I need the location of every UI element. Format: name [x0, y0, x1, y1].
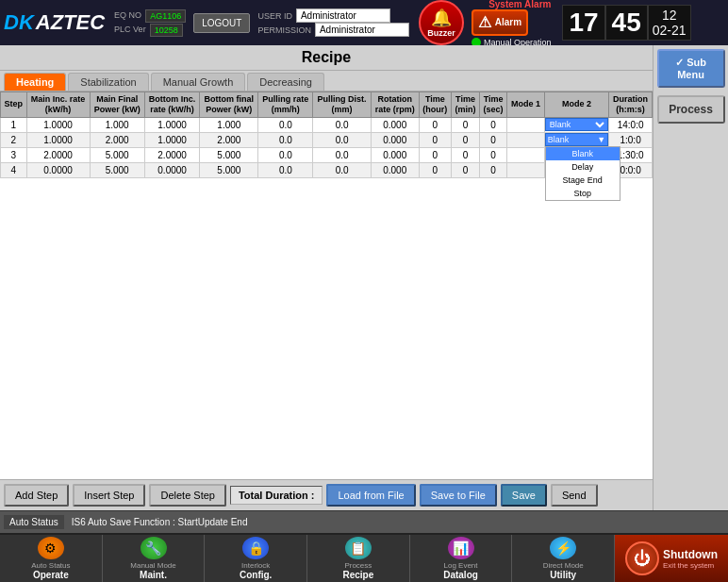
clock-hour: 17 — [562, 5, 604, 41]
status-bar: Auto Status IS6 Auto Save Function : Sta… — [0, 510, 728, 533]
table-cell: 0 — [451, 117, 479, 132]
tab-stabilization[interactable]: Stabilization — [68, 73, 148, 91]
clock-min: 45 — [605, 5, 648, 41]
table-cell: 2.0000 — [26, 147, 90, 162]
datalog-label-main: Datalog — [443, 570, 478, 580]
table-cell: 5.000 — [200, 162, 258, 177]
userid-value: Administrator — [296, 8, 390, 23]
table-cell: 0.0000 — [144, 162, 200, 177]
col-time-h: Time(hour) — [419, 92, 451, 118]
isg-label: IS6 Auto Save Function : StartUpdate End — [72, 517, 248, 527]
col-mode1: Mode 1 — [507, 92, 544, 118]
col-main-inc: Main Inc. rate(kW/h) — [26, 92, 90, 118]
logout-button[interactable]: LOGOUT — [193, 13, 250, 33]
mode2-option[interactable]: Delay — [546, 160, 620, 174]
table-cell: 2.0000 — [144, 147, 200, 162]
table-cell: 5.000 — [90, 147, 144, 162]
table-cell: 0.0 — [258, 162, 313, 177]
nav-operate[interactable]: ⚙ Auto Status Operate — [0, 535, 103, 582]
logo-dk-icon: DK — [4, 10, 34, 35]
recipe-table-area: Step Main Inc. rate(kW/h) Main FinalPowe… — [0, 91, 653, 479]
shutdown-sublabel: Exit the system — [663, 561, 718, 570]
tab-heating[interactable]: Heating — [4, 73, 66, 91]
submenu-button[interactable]: ✓ Sub Menu — [657, 49, 725, 88]
send-button[interactable]: Send — [551, 484, 598, 507]
duration-cell: 14:0:0 — [609, 117, 653, 132]
table-cell: 1.0000 — [144, 117, 200, 132]
table-cell: 0.000 — [371, 147, 419, 162]
table-cell: 0.000 — [371, 162, 419, 177]
save-button[interactable]: Save — [501, 484, 547, 507]
buzzer-label: Buzzer — [427, 28, 455, 38]
permission-label: PERMISSION — [257, 25, 311, 35]
nav-maint[interactable]: 🔧 Manual Mode Maint. — [103, 535, 206, 582]
mode2-dropdown-options: BlankDelayStage EndStop — [545, 146, 620, 201]
tab-manual-growth[interactable]: Manual Growth — [151, 73, 246, 91]
load-from-file-button[interactable]: Load from File — [326, 484, 415, 507]
buzzer-button[interactable]: 🔔 Buzzer — [419, 0, 464, 45]
col-mode2: Mode 2 — [544, 92, 609, 118]
recipe-table: Step Main Inc. rate(kW/h) Main FinalPowe… — [0, 91, 653, 178]
insert-step-button[interactable]: Insert Step — [73, 484, 145, 507]
shutdown-button[interactable]: ⏻ Shutdown Exit the system — [615, 535, 728, 582]
auto-status-label: Auto Status — [4, 515, 64, 529]
permission-value: Administrator — [315, 23, 409, 37]
table-cell: 0.0 — [258, 132, 313, 147]
table-cell: 0.0 — [313, 147, 371, 162]
utility-label-main: Utility — [550, 570, 576, 580]
mode2-option[interactable]: Blank — [546, 147, 620, 160]
mode2-select[interactable]: BlankDelayStage EndStop — [545, 118, 609, 131]
plc-value: 10258 — [150, 24, 183, 37]
mode2-option[interactable]: Stage End — [546, 174, 620, 187]
maint-label-main: Maint. — [140, 570, 167, 580]
col-bot-final: Bottom finalPower (kW) — [200, 92, 258, 118]
eq-value: AG1106 — [145, 9, 186, 23]
total-duration-label: Total Duration : — [230, 486, 323, 505]
table-cell: 1.0000 — [26, 132, 90, 147]
tab-decreasing[interactable]: Decreasing — [247, 73, 324, 91]
eq-label: EQ NO — [112, 9, 143, 23]
table-cell: 0.000 — [371, 117, 419, 132]
table-cell: 1 — [1, 117, 27, 132]
recipe-label-top: Process — [344, 561, 372, 570]
plc-label: PLC Ver — [112, 24, 148, 37]
col-time-s: Time(sec) — [480, 92, 507, 118]
col-bot-inc: Bottom Inc.rate (kW/h) — [144, 92, 200, 118]
recipe-title: Recipe — [0, 45, 653, 71]
mode2-option[interactable]: Stop — [546, 187, 620, 200]
bottom-nav: ⚙ Auto Status Operate 🔧 Manual Mode Main… — [0, 533, 728, 582]
save-to-file-button[interactable]: Save to File — [420, 484, 497, 507]
nav-config[interactable]: 🔒 Interlock Config. — [205, 535, 307, 582]
add-step-button[interactable]: Add Step — [4, 484, 69, 507]
nav-utility[interactable]: ⚡ Direct Mode Utility — [512, 535, 615, 582]
clock: 17 45 12 02-21 — [562, 5, 690, 41]
mode2-dropdown-selected[interactable]: Blank▼ — [545, 133, 609, 146]
table-row: 21.00002.0001.00002.0000.00.00.000000Bla… — [1, 132, 653, 147]
table-cell: 0 — [480, 162, 507, 177]
col-time-m: Time(min) — [451, 92, 479, 118]
col-step: Step — [1, 92, 27, 118]
table-cell: 2 — [1, 132, 27, 147]
operate-icon: ⚙ — [38, 537, 64, 559]
config-label-main: Config. — [240, 570, 272, 580]
clock-date: 12 02-21 — [648, 5, 691, 41]
table-cell: 5.000 — [90, 162, 144, 177]
nav-datalog[interactable]: 📊 Log Event Datalog — [410, 535, 513, 582]
process-button[interactable]: Process — [657, 95, 725, 124]
delete-step-button[interactable]: Delete Step — [149, 484, 225, 507]
nav-recipe[interactable]: 📋 Process Recipe — [307, 535, 410, 582]
mode2-cell[interactable]: Blank▼BlankDelayStage EndStop — [544, 132, 609, 147]
mode2-cell[interactable]: BlankDelayStage EndStop — [544, 117, 609, 132]
table-row: 11.00001.0001.00001.0000.00.00.000000Bla… — [1, 117, 653, 132]
alarm-button[interactable]: ⚠ Alarm — [472, 9, 528, 36]
config-label-top: Interlock — [241, 561, 270, 570]
datalog-label-top: Log Event — [444, 561, 478, 570]
logo-area: DK AZTEC — [4, 10, 105, 35]
logo-aztec-text: AZTEC — [36, 10, 105, 35]
system-alarm-label: System Alarm — [472, 0, 552, 9]
table-cell: 0 — [451, 147, 479, 162]
table-cell — [507, 117, 544, 132]
equipment-info: EQ NO AG1106 PLC Ver 10258 — [112, 9, 186, 37]
recipe-label-main: Recipe — [342, 570, 373, 580]
table-cell: 0 — [451, 162, 479, 177]
